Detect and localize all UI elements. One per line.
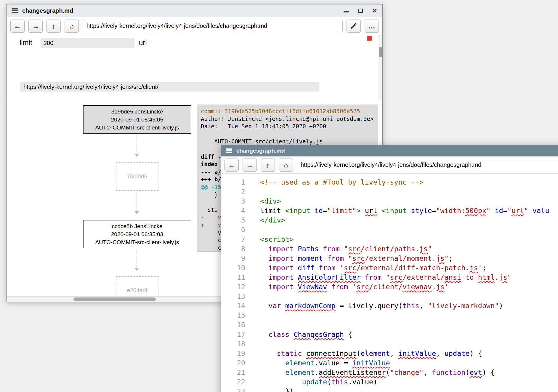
line-number: 10 (221, 263, 245, 273)
code-text: static connectInput(element, initValue, … (245, 349, 482, 358)
code-editor[interactable]: 1<!-- used as a #Tool by lively-sync -->… (221, 174, 558, 392)
code-line[interactable]: 22 update(this.value) (221, 377, 558, 387)
line-number: 7 (221, 235, 245, 244)
code-line[interactable]: 8 import Paths from "src/client/paths.js… (221, 244, 558, 254)
line-number: 13 (221, 292, 245, 301)
code-line[interactable]: 23 }) (221, 387, 558, 392)
commit-node-line: 2020-09-01 06:35:03 (84, 230, 191, 238)
url-input[interactable] (20, 82, 319, 92)
commit-node-label: e204adf (127, 287, 147, 294)
code-text (245, 187, 260, 196)
line-number: 16 (221, 320, 245, 329)
code-line[interactable]: 16 (221, 320, 558, 329)
limit-label: limit (20, 39, 32, 47)
code-line[interactable]: 15 (221, 311, 558, 320)
commit-node-line: 2020-09-01 06:43:05 (84, 116, 191, 124)
window-changesgraph-front: changesgraph.md ← → ↑ ⌂ 1<!-- used as a … (221, 145, 558, 392)
graph-arrow (137, 192, 137, 213)
code-line[interactable]: 11 import AnsiColorFilter from "src/exte… (221, 273, 558, 282)
code-text: import AnsiColorFilter from "src/externa… (245, 273, 512, 282)
commit-node-line: AUTO-COMMIT-src-client-lively.js (84, 238, 191, 246)
window-title: changesgraph.md (22, 7, 339, 14)
commit-node-line: 319bde5 JensLincke (84, 108, 191, 116)
line-number: 3 (221, 196, 245, 206)
address-input[interactable] (83, 20, 343, 32)
line-number: 1 (221, 177, 245, 187)
commit-node-ccdce8b[interactable]: ccdce8b JensLincke 2020-09-01 06:35:03 A… (83, 220, 191, 248)
code-line[interactable]: 10 import diff from 'src/external/diff-m… (221, 263, 558, 273)
line-number: 6 (221, 225, 245, 234)
code-line[interactable]: 17 class ChangesGraph { (221, 330, 558, 339)
code-text: import ViewNav from 'src/client/viewnav.… (245, 282, 449, 292)
code-line[interactable]: 21 element.addEventListener("change", fu… (221, 368, 558, 377)
limit-input[interactable] (41, 38, 134, 48)
code-line[interactable]: 18 (221, 339, 558, 349)
navigation-toolbar: ← → ↑ ⌂ (221, 156, 558, 174)
commit-node-319bde5[interactable]: 319bde5 JensLincke 2020-09-01 06:43:05 A… (83, 105, 191, 134)
code-text: class ChangesGraph { (245, 330, 352, 339)
commit-detail-line: Author: JensLincke <jens.lincke@hpi.uni-… (201, 115, 378, 123)
forward-button[interactable]: → (28, 20, 43, 33)
line-number: 18 (221, 339, 245, 349)
code-line[interactable]: 6 (221, 225, 558, 234)
commit-node-label: 7009fd5 (127, 173, 147, 180)
commit-detail-line (201, 130, 378, 138)
titlebar[interactable]: changesgraph.md (221, 145, 558, 156)
code-text (245, 225, 260, 234)
commit-detail-line: AUTO-COMMIT src/client/lively.js (201, 138, 378, 145)
commit-node-7009fd5[interactable]: 7009fd5 (116, 162, 158, 191)
scrollbar-thumb[interactable] (379, 47, 382, 57)
code-line[interactable]: 14 var markdownComp = lively.query(this,… (221, 301, 558, 311)
back-button[interactable]: ← (10, 20, 25, 33)
menu-icon[interactable] (226, 148, 232, 153)
status-indicator (367, 36, 372, 41)
line-number: 17 (221, 330, 245, 339)
code-line[interactable]: 3<div> (221, 196, 558, 206)
line-number: 8 (221, 244, 245, 254)
forward-button[interactable]: → (243, 159, 257, 172)
code-line[interactable]: 9 import moment from "src/external/momen… (221, 254, 558, 263)
line-number: 9 (221, 254, 245, 263)
menu-icon[interactable] (12, 8, 18, 13)
code-text (245, 311, 260, 320)
code-line[interactable]: 12 import ViewNav from 'src/client/viewn… (221, 282, 558, 292)
edit-button[interactable] (347, 20, 361, 33)
more-button[interactable]: … (365, 20, 379, 33)
commit-node-e204adf[interactable]: e204adf (116, 276, 158, 296)
code-text: </div> (245, 215, 285, 225)
code-text: <!-- used as a #Tool by lively-sync --> (245, 177, 424, 187)
close-icon[interactable]: × (372, 8, 377, 14)
code-line[interactable]: 19 static connectInput(element, initValu… (221, 349, 558, 358)
code-line[interactable]: 4limit <input id="limit"> url <input sty… (221, 206, 558, 215)
limit-url-form: limit url (7, 35, 382, 100)
code-line[interactable]: 20 element.value = initValue (221, 358, 558, 368)
code-text (245, 292, 260, 301)
code-text: element.addEventListener("change", funct… (245, 368, 495, 377)
code-line[interactable]: 5</div> (221, 215, 558, 225)
home-button[interactable]: ⌂ (65, 20, 79, 33)
code-line[interactable]: 13 (221, 292, 558, 301)
address-input[interactable] (297, 159, 558, 171)
titlebar[interactable]: changesgraph.md × (7, 4, 382, 17)
code-line[interactable]: 2 (221, 187, 558, 196)
code-line[interactable]: 7<script> (221, 235, 558, 244)
minimize-icon[interactable] (344, 11, 349, 12)
home-button[interactable]: ⌂ (279, 159, 293, 172)
up-button[interactable]: ↑ (46, 20, 61, 33)
code-line[interactable]: 1<!-- used as a #Tool by lively-sync --> (221, 177, 558, 187)
back-button[interactable]: ← (225, 159, 239, 172)
code-text (245, 320, 260, 329)
commit-node-line: AUTO-COMMIT-src-client-lively.js (84, 124, 191, 132)
maximize-icon[interactable] (358, 9, 363, 13)
line-number: 22 (221, 377, 245, 387)
vertical-scrollbar[interactable] (378, 35, 382, 100)
code-text: import Paths from "src/client/paths.js" (245, 244, 432, 254)
code-text: element.value = initValue (245, 358, 390, 368)
line-number: 23 (221, 387, 245, 392)
window-title: changesgraph.md (236, 148, 558, 154)
up-button[interactable]: ↑ (261, 159, 275, 172)
line-number: 4 (221, 206, 245, 215)
graph-arrow (137, 135, 137, 156)
code-text: var markdownComp = lively.query(this, "l… (245, 301, 503, 311)
scrollbar-thumb[interactable] (73, 297, 156, 301)
